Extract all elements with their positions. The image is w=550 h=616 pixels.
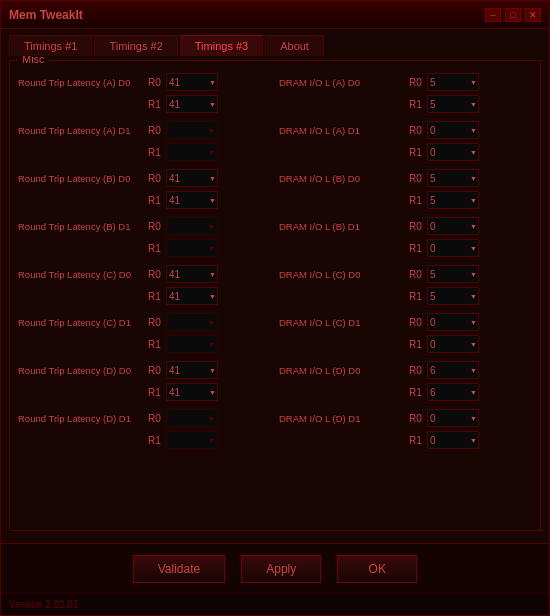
dram-c-d0-r0-wrapper: 5: [427, 265, 479, 283]
dram-d-d0-r0-wrapper: 6: [427, 361, 479, 379]
rtl-d-d1-r1-row: R1: [18, 429, 271, 451]
dram-c-d0-r0-select[interactable]: 5: [427, 265, 479, 283]
rtl-d-d0-r0-wrapper: 41: [166, 361, 218, 379]
validate-button[interactable]: Validate: [133, 555, 225, 583]
dram-a-d0-r0-reg: R0: [409, 77, 427, 88]
dram-d-d0-r0-row: DRAM I/O L (D) D0 R0 6: [279, 359, 532, 381]
dram-a-d1-r1-select[interactable]: 0: [427, 143, 479, 161]
dram-d-d0-r1-row: R1 6: [279, 381, 532, 403]
rtl-a-d1-r1-reg: R1: [148, 147, 166, 158]
rtl-c-d0-r1-select[interactable]: 41: [166, 287, 218, 305]
rtl-d-d1-r1-reg: R1: [148, 435, 166, 446]
rtl-d-d0-r0-select[interactable]: 41: [166, 361, 218, 379]
rtl-d-d0-r0-reg: R0: [148, 365, 166, 376]
rtl-b-d1-r0-reg: R0: [148, 221, 166, 232]
rtl-c-d1-r0-row: Round Trip Latency (C) D1 R0: [18, 311, 271, 333]
dram-b-d1-r0-reg: R0: [409, 221, 427, 232]
rtl-d-d0-r1-wrapper: 41: [166, 383, 218, 401]
dram-c-d0-label: DRAM I/O L (C) D0: [279, 269, 409, 280]
rtl-a-d1-r0-row: Round Trip Latency (A) D1 R0: [18, 119, 271, 141]
rtl-a-d1-r0-empty[interactable]: [166, 121, 218, 139]
dram-b-d1-group: DRAM I/O L (B) D1 R0 0 R1: [279, 215, 532, 259]
window-controls: – □ ✕: [485, 8, 541, 22]
rtl-d-d1-r0-empty[interactable]: [166, 409, 218, 427]
dram-c-d1-r1-select[interactable]: 0: [427, 335, 479, 353]
tab-timings3[interactable]: Timings #3: [180, 35, 263, 56]
dram-b-d0-label: DRAM I/O L (B) D0: [279, 173, 409, 184]
dram-d-d0-r1-select[interactable]: 6: [427, 383, 479, 401]
rtl-c-d1-r1-empty[interactable]: [166, 335, 218, 353]
tab-timings2[interactable]: Timings #2: [94, 35, 177, 56]
dram-d-d0-label: DRAM I/O L (D) D0: [279, 365, 409, 376]
minimize-button[interactable]: –: [485, 8, 501, 22]
window-title: Mem TweakIt: [9, 8, 83, 22]
dram-b-d1-r0-select[interactable]: 0: [427, 217, 479, 235]
rtl-d-d1-r1-empty[interactable]: [166, 431, 218, 449]
close-button[interactable]: ✕: [525, 8, 541, 22]
rtl-b-d0-r0-select[interactable]: 41: [166, 169, 218, 187]
rtl-a-d1-group: Round Trip Latency (A) D1 R0 R1: [18, 119, 271, 163]
dram-c-d1-r0-row: DRAM I/O L (C) D1 R0 0: [279, 311, 532, 333]
tab-bar: Timings #1 Timings #2 Timings #3 About: [1, 29, 549, 56]
dram-b-d0-group: DRAM I/O L (B) D0 R0 5 R1: [279, 167, 532, 211]
title-bar: Mem TweakIt – □ ✕: [1, 1, 549, 29]
rtl-a-d0-r0-select[interactable]: 41: [166, 73, 218, 91]
rtl-d-d1-r0-reg: R0: [148, 413, 166, 424]
dram-a-d1-r0-select[interactable]: 0: [427, 121, 479, 139]
dram-c-d0-r1-select[interactable]: 5: [427, 287, 479, 305]
misc-label: Misc: [18, 56, 49, 65]
dram-d-d0-r0-select[interactable]: 6: [427, 361, 479, 379]
rtl-a-d0-r1-select[interactable]: 41: [166, 95, 218, 113]
apply-button[interactable]: Apply: [241, 555, 321, 583]
dram-c-d1-group: DRAM I/O L (C) D1 R0 0 R1: [279, 311, 532, 355]
rtl-c-d1-r0-empty[interactable]: [166, 313, 218, 331]
rtl-b-d0-label: Round Trip Latency (B) D0: [18, 173, 148, 184]
dram-b-d0-r1-select[interactable]: 5: [427, 191, 479, 209]
rtl-d-d0-r1-select[interactable]: 41: [166, 383, 218, 401]
rtl-a-d0-r0-row: Round Trip Latency (A) D0 R0 41: [18, 71, 271, 93]
dram-b-d0-r1-reg: R1: [409, 195, 427, 206]
rtl-b-d1-r1-empty[interactable]: [166, 239, 218, 257]
dram-b-d1-r1-select[interactable]: 0: [427, 239, 479, 257]
dram-c-d0-r1-row: R1 5: [279, 285, 532, 307]
main-content: Misc Round Trip Latency (A) D0 R0 41: [1, 56, 549, 543]
rtl-b-d1-r0-row: Round Trip Latency (B) D1 R0: [18, 215, 271, 237]
dram-c-d1-r0-select[interactable]: 0: [427, 313, 479, 331]
dram-d-d1-r1-select[interactable]: 0: [427, 431, 479, 449]
maximize-button[interactable]: □: [505, 8, 521, 22]
rtl-c-d0-group: Round Trip Latency (C) D0 R0 41 R1: [18, 263, 271, 307]
rtl-b-d1-r0-empty[interactable]: [166, 217, 218, 235]
rtl-b-d1-r1-row: R1: [18, 237, 271, 259]
dram-a-d0-r0-select[interactable]: 5: [427, 73, 479, 91]
version-bar: Version 2.02.01: [1, 593, 549, 615]
rtl-b-d0-r1-row: R1 41: [18, 189, 271, 211]
rtl-b-d0-r0-row: Round Trip Latency (B) D0 R0 41: [18, 167, 271, 189]
rows-container: Round Trip Latency (A) D0 R0 41 R1: [18, 71, 532, 453]
dram-b-d1-label: DRAM I/O L (B) D1: [279, 221, 409, 232]
rtl-c-d1-group: Round Trip Latency (C) D1 R0 R1: [18, 311, 271, 355]
dram-d-d1-r0-select[interactable]: 0: [427, 409, 479, 427]
misc-group: Misc Round Trip Latency (A) D0 R0 41: [9, 60, 541, 531]
ok-button[interactable]: OK: [337, 555, 417, 583]
rtl-a-d0-group: Round Trip Latency (A) D0 R0 41 R1: [18, 71, 271, 115]
rtl-c-d1-label: Round Trip Latency (C) D1: [18, 317, 148, 328]
dram-b-d1-r0-row: DRAM I/O L (B) D1 R0 0: [279, 215, 532, 237]
tab-timings1[interactable]: Timings #1: [9, 35, 92, 56]
dram-a-d0-r1-select[interactable]: 5: [427, 95, 479, 113]
dram-b-d0-r0-select[interactable]: 5: [427, 169, 479, 187]
rtl-b-d0-r1-reg: R1: [148, 195, 166, 206]
dram-c-d0-group: DRAM I/O L (C) D0 R0 5 R1: [279, 263, 532, 307]
dram-c-d0-r0-reg: R0: [409, 269, 427, 280]
rtl-c-d0-r0-select[interactable]: 41: [166, 265, 218, 283]
rtl-b-d0-r1-wrapper: 41: [166, 191, 218, 209]
tab-about[interactable]: About: [265, 35, 324, 56]
dram-a-d1-r1-row: R1 0: [279, 141, 532, 163]
rtl-b-d1-group: Round Trip Latency (B) D1 R0 R1: [18, 215, 271, 259]
rtl-a-d1-r1-empty[interactable]: [166, 143, 218, 161]
rtl-c-d1-r1-reg: R1: [148, 339, 166, 350]
rtl-b-d0-r1-select[interactable]: 41: [166, 191, 218, 209]
dram-d-d1-r0-wrapper: 0: [427, 409, 479, 427]
dram-c-d0-r0-row: DRAM I/O L (C) D0 R0 5: [279, 263, 532, 285]
footer-bar: Validate Apply OK: [1, 543, 549, 593]
rtl-a-d1-label: Round Trip Latency (A) D1: [18, 125, 148, 136]
